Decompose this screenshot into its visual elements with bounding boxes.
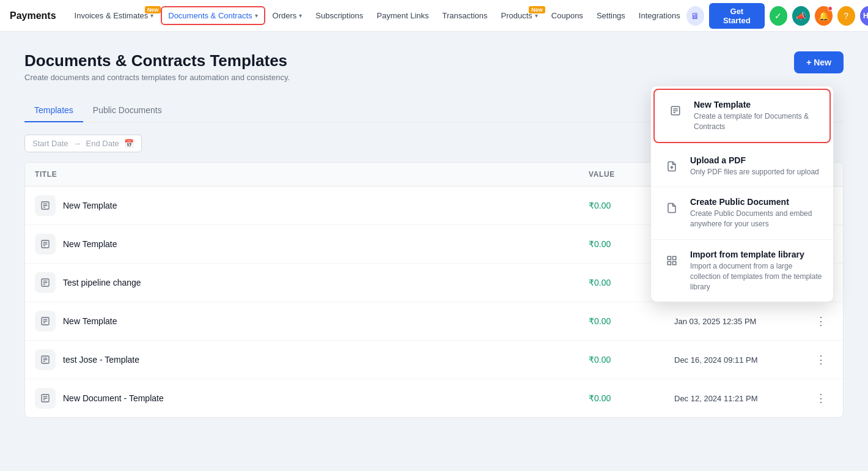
dropdown-item-content-new-template: New Template Create a template for Docum… (694, 100, 818, 132)
dropdown-item-desc: Only PDF files are supported for upload (690, 167, 819, 177)
dropdown-item-content-create-public: Create Public Document Create Public Doc… (690, 197, 822, 229)
dropdown-item-title: Import from template library (690, 250, 822, 259)
arrow-icon: → (73, 139, 81, 148)
page-subtitle: Create documents and contracts templates… (24, 73, 290, 82)
dropdown-item-icon-create-public (662, 198, 682, 218)
screen-icon-button[interactable]: 🖥 (686, 6, 704, 26)
badge-invoices: New (145, 6, 161, 13)
row-icon (35, 272, 56, 293)
dropdown-item-new-template[interactable]: New Template Create a template for Docum… (653, 89, 831, 143)
avatar-button[interactable]: HG (860, 6, 868, 26)
new-button[interactable]: + New (794, 51, 844, 73)
nav-item-coupons[interactable]: Coupons (545, 7, 589, 24)
row-icon (35, 195, 56, 216)
new-dropdown-menu: New Template Create a template for Docum… (650, 86, 834, 302)
row-icon (35, 349, 56, 370)
svg-rect-30 (673, 256, 676, 259)
top-navigation: Payments Invoices & EstimatesNew▾Documen… (0, 0, 868, 32)
row-title-text: New Template (63, 316, 117, 326)
green-icon-button[interactable]: ✓ (770, 6, 787, 26)
table-row: New Document - Template ₹0.00 Dec 12, 20… (25, 379, 843, 417)
row-value: ₹0.00 (589, 355, 674, 365)
svg-rect-29 (668, 256, 671, 259)
notification-dot (828, 6, 833, 11)
row-value: ₹0.00 (589, 316, 674, 326)
dropdown-item-content-upload-pdf: Upload a PDF Only PDF files are supporte… (690, 155, 819, 177)
page-title: Documents & Contracts Templates (24, 51, 290, 70)
row-date: Jan 03, 2025 12:35 PM (674, 317, 809, 326)
nav-item-orders[interactable]: Orders▾ (267, 7, 309, 24)
page-title-area: Documents & Contracts Templates Create d… (24, 51, 290, 82)
nav-right: 🖥 Get Started ✓ 📣 🔔 ? HG (686, 3, 868, 29)
dropdown-item-icon-import-library (662, 251, 682, 270)
row-actions-button[interactable]: ⋮ (809, 391, 833, 405)
nav-items: Invoices & EstimatesNew▾Documents & Cont… (68, 6, 686, 25)
row-title: Test pipeline change (35, 272, 589, 293)
chevron-orders: ▾ (299, 12, 302, 19)
row-title-text: New Template (63, 239, 117, 249)
row-title: New Template (35, 195, 589, 216)
dropdown-item-desc: Create a template for Documents & Contra… (694, 111, 818, 132)
svg-rect-32 (668, 261, 671, 264)
dropdown-item-upload-pdf[interactable]: Upload a PDF Only PDF files are supporte… (651, 146, 833, 188)
badge-products: New (529, 6, 545, 13)
dropdown-item-title: New Template (694, 100, 818, 109)
row-title-text: New Template (63, 201, 117, 210)
row-title: New Document - Template (35, 388, 589, 409)
chevron-documents: ▾ (255, 12, 258, 19)
col-title: Title (35, 170, 589, 179)
calendar-icon: 📅 (124, 139, 134, 148)
nav-item-products[interactable]: ProductsNew▾ (495, 7, 544, 24)
nav-item-documents[interactable]: Documents & Contracts▾ (161, 6, 265, 25)
nav-item-invoices[interactable]: Invoices & EstimatesNew▾ (68, 7, 160, 24)
row-icon (35, 234, 56, 254)
nav-item-integrations[interactable]: Integrations (633, 7, 686, 24)
dropdown-item-import-library[interactable]: Import from template library Import a do… (651, 240, 833, 302)
tab-public-docs[interactable]: Public Documents (83, 99, 172, 122)
start-date-label: Start Date (32, 139, 68, 148)
row-value: ₹0.00 (589, 393, 674, 403)
notification-bell-button[interactable]: 🔔 (815, 6, 833, 26)
dropdown-item-title: Upload a PDF (690, 155, 819, 165)
help-icon-button[interactable]: ? (837, 6, 855, 26)
row-title: New Template (35, 234, 589, 254)
brand-label: Payments (10, 10, 56, 21)
dropdown-item-icon-upload-pdf (662, 157, 682, 176)
nav-item-subscriptions[interactable]: Subscriptions (309, 7, 369, 24)
tab-templates[interactable]: Templates (24, 99, 83, 122)
row-title-text: Test pipeline change (63, 278, 141, 287)
row-title-text: test Jose - Template (63, 355, 139, 365)
row-icon (35, 388, 56, 409)
dropdown-item-desc: Create Public Documents and embed anywhe… (690, 209, 822, 229)
row-actions-button[interactable]: ⋮ (809, 353, 833, 366)
page-header: Documents & Contracts Templates Create d… (24, 51, 844, 82)
row-date: Dec 12, 2024 11:21 PM (674, 394, 809, 403)
svg-rect-31 (673, 261, 676, 264)
table-row: New Template ₹0.00 Jan 03, 2025 12:35 PM… (25, 302, 843, 341)
date-range-filter[interactable]: Start Date → End Date 📅 (24, 135, 142, 152)
dropdown-item-create-public[interactable]: Create Public Document Create Public Doc… (651, 187, 833, 240)
table-row: test Jose - Template ₹0.00 Dec 16, 2024 … (25, 341, 843, 379)
nav-item-transactions[interactable]: Transactions (436, 7, 494, 24)
megaphone-icon-button[interactable]: 📣 (792, 6, 810, 26)
end-date-label: End Date (86, 139, 119, 148)
row-title-text: New Document - Template (63, 393, 164, 403)
get-started-button[interactable]: Get Started (709, 3, 765, 29)
nav-item-settings[interactable]: Settings (590, 7, 631, 24)
row-date: Dec 16, 2024 09:11 PM (674, 355, 809, 365)
row-actions-button[interactable]: ⋮ (809, 314, 833, 328)
row-icon (35, 311, 56, 332)
row-title: New Template (35, 311, 589, 332)
nav-item-payment-links[interactable]: Payment Links (370, 7, 435, 24)
dropdown-item-desc: Import a document from a large collectio… (690, 261, 822, 292)
dropdown-item-content-import-library: Import from template library Import a do… (690, 250, 822, 292)
dropdown-item-title: Create Public Document (690, 197, 822, 207)
row-title: test Jose - Template (35, 349, 589, 370)
dropdown-item-icon-new-template (666, 101, 685, 121)
